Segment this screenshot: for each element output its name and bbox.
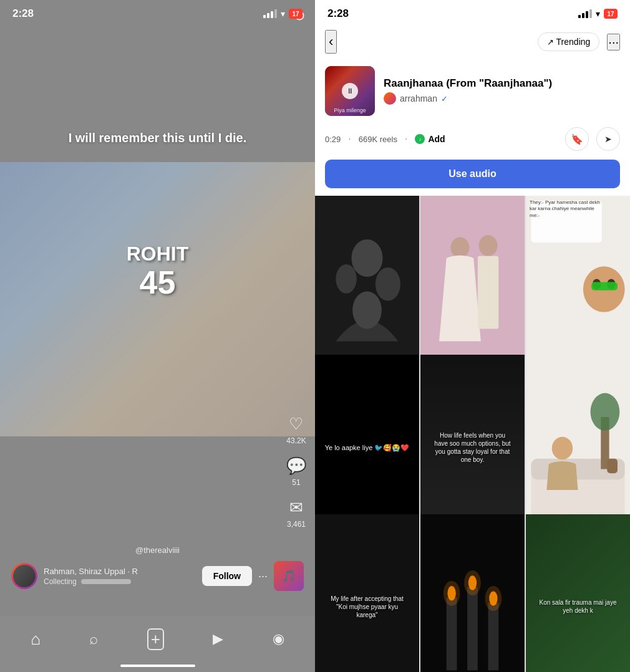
- comment-count: 51: [292, 478, 300, 487]
- artist-name: arrahman: [400, 94, 437, 103]
- right-time: 2:28: [327, 7, 349, 20]
- send-icon: ✉: [289, 498, 303, 517]
- meta-row: 0:29 · 669K reels · ♪ Add 🔖 ➤: [315, 123, 630, 156]
- svg-point-1: [351, 239, 382, 277]
- right-wifi-icon: ▾: [596, 9, 600, 19]
- reel-caption-text: How life feels when you have soo much op…: [425, 424, 520, 471]
- reel-item[interactable]: 👁 6.4M: [315, 196, 419, 381]
- reel-text-overlay: Ye lo aapke liye 🐦🥰😭❤️: [315, 355, 419, 540]
- reel-item[interactable]: 👁 1.7M: [526, 355, 630, 540]
- reel-caption-text: My life after accepting that "Koi mujhse…: [320, 588, 414, 625]
- svg-point-3: [376, 267, 400, 300]
- meta-actions: 🔖 ➤: [565, 127, 620, 151]
- reel-text-overlay: My life after accepting that "Koi mujhse…: [315, 514, 419, 672]
- search-icon: ⌕: [89, 630, 98, 648]
- right-panel: 2:28 ▾ 17 ‹ ↗ Trending ··· Piya milen: [315, 0, 630, 672]
- trending-label: Trending: [556, 37, 591, 47]
- add-label: Add: [428, 134, 445, 144]
- more-options-icon[interactable]: ···: [258, 570, 268, 583]
- music-thumbnail: 🎵: [274, 561, 304, 591]
- music-info: Rahman, Shiraz Uppal · R Collecting: [44, 567, 196, 586]
- right-signal-icon: [578, 9, 592, 18]
- right-battery-badge: 17: [604, 9, 618, 19]
- reels-count-text: 669K reels: [359, 135, 397, 144]
- quote-text: I will remember this until I die.: [0, 131, 315, 145]
- left-status-bar: 2:28 ▾ 17: [0, 0, 315, 25]
- reels-icon: ▶: [213, 631, 223, 647]
- reel-item[interactable]: My life after accepting that "Koi mujhse…: [315, 514, 419, 672]
- like-action[interactable]: ♡ 43.2K: [286, 415, 306, 445]
- svg-rect-0: [315, 196, 419, 381]
- artist-avatar: [384, 92, 396, 105]
- share-icon: ➤: [604, 134, 612, 144]
- follow-button[interactable]: Follow: [202, 566, 252, 586]
- music-page-header: ‹ ↗ Trending ···: [315, 25, 630, 59]
- comment-action[interactable]: 💬 51: [286, 456, 306, 487]
- artist-row: arrahman ✓: [384, 92, 620, 105]
- svg-point-21: [552, 437, 573, 460]
- nav-reels[interactable]: ▶: [213, 631, 223, 647]
- user-avatar: [11, 563, 37, 589]
- reel-text-overlay: How life feels when you have soo much op…: [420, 355, 525, 540]
- svg-point-4: [352, 291, 382, 329]
- reel-item[interactable]: Kon sala fir trauma mai jaye yeh dekh k: [526, 514, 630, 672]
- svg-point-2: [336, 264, 356, 294]
- add-to-spotify-button[interactable]: ♪ Add: [415, 134, 445, 144]
- back-button[interactable]: ‹: [325, 30, 337, 54]
- nav-home[interactable]: ⌂: [31, 630, 41, 649]
- bookmark-icon: 🔖: [571, 133, 583, 145]
- svg-point-32: [485, 586, 502, 611]
- trending-button[interactable]: ↗ Trending: [538, 32, 600, 51]
- svg-rect-14: [591, 282, 618, 290]
- reels-grid: 👁 6.4M 👁 5.4M: [315, 196, 630, 672]
- reel-text-overlay: Kon sala fir trauma mai jaye yeh dekh k: [526, 514, 630, 672]
- right-status-bar: 2:28 ▾ 17: [315, 0, 630, 25]
- use-audio-button[interactable]: Use audio: [325, 160, 620, 188]
- song-details: Raanjhanaa (From "Raanjhanaa") arrahman …: [384, 77, 620, 105]
- comment-icon: 💬: [286, 456, 306, 476]
- svg-rect-25: [467, 587, 478, 670]
- profile-icon: ◉: [273, 631, 284, 647]
- song-thumbnail: Piya milenge ⏸: [325, 66, 375, 116]
- collecting-text: Collecting: [44, 577, 196, 586]
- jersey-name: ROHIT: [127, 243, 189, 265]
- more-options-button[interactable]: ···: [607, 34, 620, 50]
- nav-search[interactable]: ⌕: [89, 630, 98, 648]
- bookmark-button[interactable]: 🔖: [565, 127, 589, 151]
- reel-caption-text: Ye lo aapke liye 🐦🥰😭❤️: [325, 443, 410, 452]
- share-action[interactable]: ✉ 3,461: [287, 498, 306, 529]
- music-bar: Rahman, Shiraz Uppal · R Collecting Foll…: [9, 561, 306, 591]
- reel-item[interactable]: 👁 5.4M: [420, 196, 525, 381]
- jersey-overlay: ROHIT 45: [127, 243, 189, 300]
- create-icon: +: [147, 628, 164, 650]
- reel-overlay-caption: They:- Pyar hamesha cast dekh kar karna …: [530, 199, 605, 219]
- svg-point-31: [464, 570, 481, 595]
- wifi-icon: ▾: [281, 9, 285, 19]
- nav-create[interactable]: +: [147, 628, 164, 650]
- reel-caption-text: Kon sala fir trauma mai jaye yeh dekh k: [531, 592, 625, 621]
- svg-rect-22: [607, 459, 618, 473]
- reel-item[interactable]: They:- Pyar hamesha cast dekh kar karna …: [526, 196, 630, 381]
- svg-point-8: [479, 235, 498, 256]
- jersey-number: 45: [127, 265, 189, 300]
- left-time: 2:28: [12, 7, 34, 20]
- signal-icon: [263, 9, 277, 18]
- reel-item[interactable]: How life feels when you have soo much op…: [420, 355, 525, 540]
- share-button[interactable]: ➤: [596, 127, 620, 151]
- svg-point-20: [591, 393, 620, 431]
- song-title: Raanjhanaa (From "Raanjhanaa"): [384, 77, 620, 90]
- trending-arrow-icon: ↗: [547, 37, 554, 47]
- music-names: Rahman, Shiraz Uppal · R: [44, 567, 196, 576]
- nav-profile[interactable]: ◉: [273, 631, 284, 647]
- share-count: 3,461: [287, 520, 306, 529]
- reel-item[interactable]: [420, 514, 525, 672]
- post-actions: ♡ 43.2K 💬 51 ✉ 3,461: [286, 415, 306, 529]
- song-info-row: Piya milenge ⏸ Raanjhanaa (From "Raanjha…: [315, 59, 630, 123]
- like-count: 43.2K: [286, 436, 306, 445]
- right-status-icons: ▾ 17: [578, 9, 618, 19]
- duration-text: 0:29: [325, 135, 341, 144]
- left-status-icons: ▾ 17: [263, 9, 303, 19]
- reel-item[interactable]: Ye lo aapke liye 🐦🥰😭❤️ @rahman_meet_khan…: [315, 355, 419, 540]
- bottom-info: @therealviiii Rahman, Shiraz Uppal · R C…: [0, 545, 315, 591]
- heart-icon: ♡: [289, 415, 303, 434]
